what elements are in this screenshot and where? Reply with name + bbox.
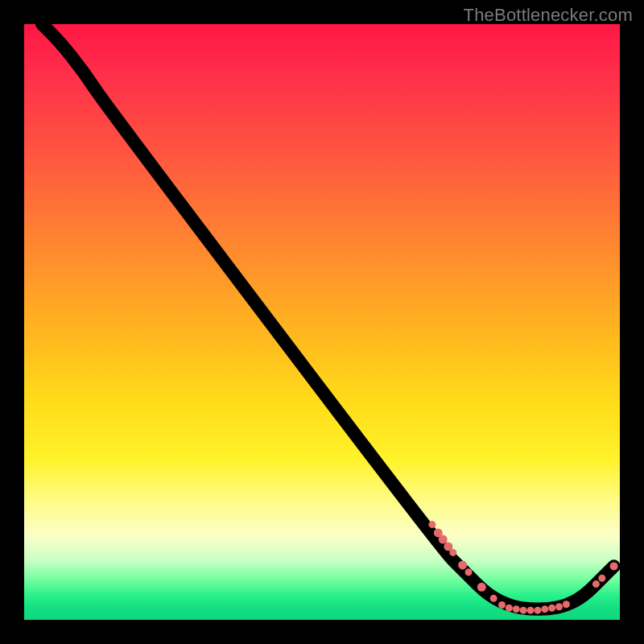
data-point bbox=[428, 521, 436, 528]
plot-area bbox=[24, 24, 620, 620]
data-point bbox=[548, 605, 555, 612]
bottleneck-curve bbox=[42, 24, 613, 609]
data-point bbox=[598, 575, 605, 582]
data-point bbox=[439, 535, 448, 544]
attribution-text: TheBottlenecker.com bbox=[464, 5, 633, 26]
data-point bbox=[490, 595, 497, 602]
data-point bbox=[563, 601, 570, 608]
data-point bbox=[527, 607, 535, 614]
data-point bbox=[498, 601, 506, 609]
data-point bbox=[534, 607, 541, 614]
data-point bbox=[610, 562, 618, 570]
data-point bbox=[458, 560, 467, 569]
data-point bbox=[513, 605, 520, 613]
chart-container: TheBottlenecker.com bbox=[0, 0, 644, 644]
data-point bbox=[465, 568, 473, 576]
data-point bbox=[449, 549, 456, 556]
data-point bbox=[541, 605, 548, 613]
data-point bbox=[555, 603, 563, 610]
data-point bbox=[506, 605, 513, 612]
chart-svg bbox=[24, 24, 620, 620]
data-point bbox=[592, 580, 600, 588]
data-point bbox=[477, 583, 486, 592]
data-point bbox=[520, 607, 527, 614]
